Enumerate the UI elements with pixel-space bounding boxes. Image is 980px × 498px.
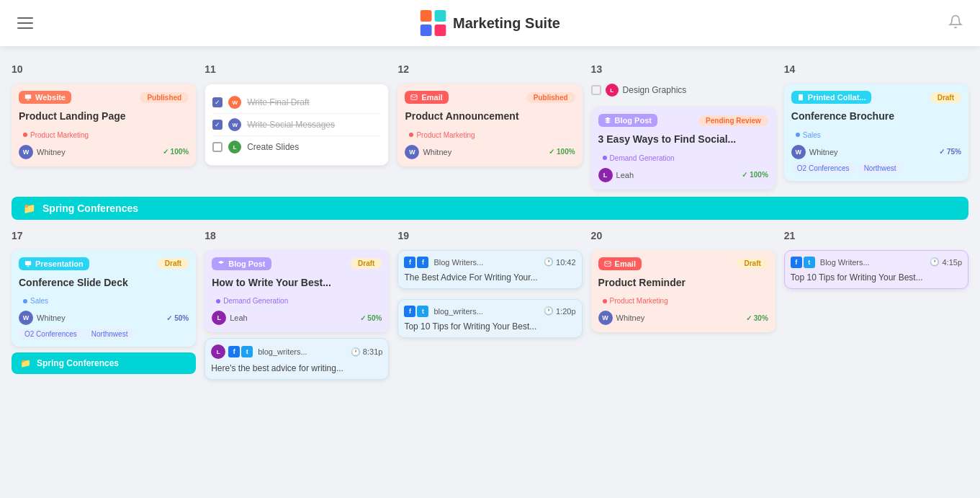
spring-tag-label: Spring Conferences [37, 358, 119, 368]
day-number-14: 14 [784, 61, 968, 78]
card-social-post-2[interactable]: f t blog_writers... 🕐 1:20p Top 10 Tips … [397, 299, 582, 338]
assignee: W Whitney [405, 145, 451, 159]
checkbox[interactable] [591, 85, 601, 95]
card-printed-brochure[interactable]: Printed Collat... Draft Conference Broch… [784, 84, 968, 181]
checkbox-checked[interactable]: ✓ [212, 120, 222, 130]
type-badge-blogpost: Blog Post [212, 257, 271, 270]
card-header: Presentation Draft [19, 257, 189, 270]
assignee: W Whitney [791, 145, 838, 159]
progress: ✓ 75% [939, 148, 961, 156]
assignee-name: Leah [616, 171, 634, 179]
handle: blog_writers... [433, 307, 482, 316]
task-text: Write Final Draft [247, 97, 309, 107]
card-email-announcement[interactable]: Email Published Product Announcement Pro… [397, 84, 582, 166]
task-item: ✓ W Write Social Messages [212, 114, 381, 136]
svg-rect-6 [799, 94, 803, 100]
day-number-18: 18 [204, 227, 389, 244]
card-footer: W Whitney ✓ 50% [19, 311, 189, 325]
checkbox-checked[interactable]: ✓ [212, 97, 222, 107]
day-number-10: 10 [12, 61, 196, 78]
twitter-icon: t [804, 257, 815, 268]
post-content: Top 10 Tips for Writing Your Best... [791, 272, 962, 283]
facebook-icon: f [228, 346, 240, 357]
card-header: Printed Collat... Draft [791, 91, 961, 104]
avatar: W [19, 145, 33, 159]
logo-icon [420, 10, 446, 36]
card-presentation-deck[interactable]: Presentation Draft Conference Slide Deck… [12, 250, 196, 347]
svg-rect-3 [434, 25, 446, 36]
day-number-13: 13 [591, 61, 776, 78]
progress: ✓ 100% [163, 148, 189, 156]
card-social-post-3[interactable]: f t Blog Writers... 🕐 4:15p Top 10 Tips … [784, 250, 968, 289]
clock-icon: 🕐 [544, 306, 554, 316]
status-badge: Draft [158, 258, 189, 269]
card-footer: W Whitney ✓ 75% [791, 145, 961, 159]
hamburger-menu[interactable] [17, 17, 33, 29]
type-badge-blogpost: Blog Post [598, 114, 657, 127]
folder-icon: 📁 [23, 203, 35, 214]
type-badge-email: Email [405, 91, 448, 104]
twitter-icon: t [241, 346, 253, 357]
time: 1:20p [556, 307, 576, 316]
avatar: L [598, 168, 613, 182]
card-title: Product Landing Page [19, 110, 189, 123]
handle: Blog Writers... [433, 258, 483, 267]
progress: ✓ 30% [746, 314, 768, 322]
card-social-post-1[interactable]: f f Blog Writers... 🕐 10:42 The Best Adv… [397, 250, 582, 289]
avatar: W [228, 118, 241, 131]
card-header: Blog Post Draft [212, 257, 382, 270]
app-title: Marketing Suite [453, 15, 560, 32]
clock-icon: 🕐 [930, 257, 940, 267]
card-blogpost-social[interactable]: Blog Post Pending Review 3 Easy Ways to … [591, 107, 776, 190]
spring-conferences-tag: 📁 Spring Conferences [12, 352, 196, 374]
card-title: How to Write Your Best... [212, 276, 382, 289]
time-badge: 🕐 4:15p [930, 257, 962, 267]
card-blogpost-write[interactable]: Blog Post Draft How to Write Your Best..… [204, 250, 389, 333]
card-footer: L Leah ✓ 50% [212, 311, 382, 325]
clock-icon: 🕐 [544, 257, 554, 267]
post-content: Top 10 Tips for Writing Your Best... [404, 321, 575, 332]
day-col-14: 14 Printed Collat... Draft Conference Br… [784, 61, 968, 190]
card-title: Product Announcement [405, 110, 575, 123]
twitter-icon: t [417, 306, 428, 317]
card-tag: Demand Generation [212, 293, 382, 307]
day-number-21: 21 [784, 227, 968, 244]
card-email-reminder[interactable]: Email Draft Product Reminder Product Mar… [591, 250, 776, 333]
day-col-21: 21 f t Blog Writers... 🕐 4:15p [784, 227, 968, 381]
week-row-2: 17 Presentation Draft Conference Slide D… [12, 227, 968, 381]
facebook-icon: f [404, 257, 415, 268]
card-social-post[interactable]: L f t blog_writers... 🕐 8:31p Here's the… [204, 338, 389, 380]
progress: ✓ 50% [166, 314, 189, 322]
status-badge: Published [526, 92, 575, 103]
folder-icon: 📁 [20, 358, 31, 368]
svg-rect-8 [604, 261, 610, 266]
day-col-11: 11 ✓ W Write Final Draft ✓ W Write Socia… [204, 61, 389, 190]
svg-rect-7 [25, 261, 31, 265]
facebook-icon-2: f [417, 257, 428, 268]
time: 8:31p [363, 347, 383, 356]
avatar: L [212, 311, 226, 325]
bell-icon[interactable] [948, 14, 963, 32]
avatar: W [19, 311, 33, 325]
assignee-name: Whitney [423, 148, 451, 156]
assignee-name: Whitney [37, 314, 66, 322]
assignee-name: Whitney [616, 314, 645, 322]
card-title: Conference Brochure [791, 110, 961, 123]
task-item: L Create Slides [212, 136, 381, 158]
card-tag: Product Marketing [405, 127, 575, 141]
extra-tag: O2 Conferences [19, 329, 83, 339]
post-content: Here's the best advice for writing... [211, 363, 382, 373]
day-col-20: 20 Email Draft Product Reminder Product … [591, 227, 776, 381]
status-badge: Draft [737, 258, 768, 269]
card-task-list[interactable]: ✓ W Write Final Draft ✓ W Write Social M… [204, 84, 389, 166]
card-footer: W Whitney ✓ 30% [598, 311, 768, 325]
day-number-20: 20 [591, 227, 776, 244]
status-badge: Draft [351, 258, 382, 269]
checkbox-unchecked[interactable] [212, 142, 222, 152]
task-item: ✓ W Write Final Draft [212, 92, 381, 114]
card-tag: Demand Generation [598, 150, 768, 164]
card-footer: W Whitney ✓ 100% [405, 145, 575, 159]
week-row-1: 10 Website Published Product Landing Pag… [12, 61, 968, 190]
card-website-landing[interactable]: Website Published Product Landing Page P… [12, 84, 196, 166]
clock-icon: 🕐 [351, 347, 361, 357]
